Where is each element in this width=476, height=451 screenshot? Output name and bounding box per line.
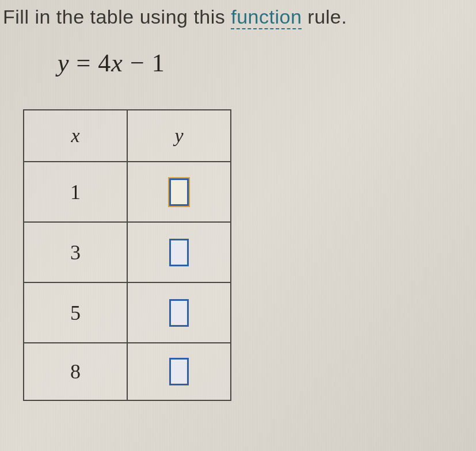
table-header-row: x y <box>24 110 231 162</box>
y-input[interactable] <box>169 299 189 327</box>
x-value: 1 <box>24 162 127 222</box>
y-cell <box>127 343 231 400</box>
instruction-text: Fill in the table using this function ru… <box>0 6 476 28</box>
y-cell <box>127 222 231 282</box>
instruction-suffix: rule. <box>302 6 347 28</box>
header-y: y <box>127 110 231 162</box>
table-row: 8 <box>24 343 231 400</box>
x-value: 3 <box>24 222 127 282</box>
instruction-prefix: Fill in the table using this <box>3 6 231 28</box>
function-table: x y 1 3 5 8 <box>23 109 231 401</box>
table-row: 1 <box>24 162 231 222</box>
y-input[interactable] <box>169 358 189 385</box>
x-value: 8 <box>24 343 127 400</box>
header-x: x <box>24 110 127 162</box>
table-row: 5 <box>24 282 231 343</box>
function-link[interactable]: function <box>231 6 302 29</box>
y-cell <box>127 282 231 343</box>
y-input[interactable] <box>169 239 189 266</box>
function-equation: y = 4x − 1 <box>0 48 476 78</box>
x-value: 5 <box>24 282 127 343</box>
y-input[interactable] <box>169 178 189 206</box>
table-row: 3 <box>24 222 231 282</box>
y-cell <box>127 162 231 222</box>
